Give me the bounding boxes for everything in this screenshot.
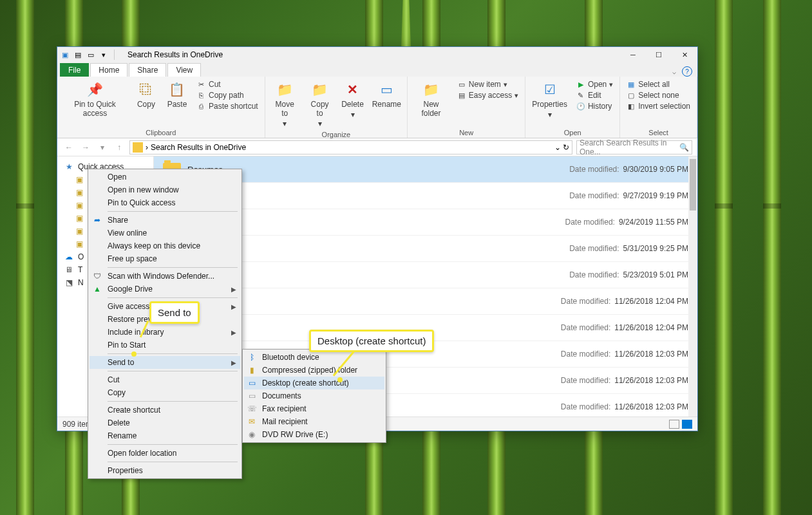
- menu-icon: 🛡: [92, 271, 102, 281]
- properties-icon: ☑: [541, 80, 559, 98]
- delete-button[interactable]: ✕Delete▾: [339, 79, 366, 120]
- move-to-button[interactable]: 📁Move to▾: [269, 79, 301, 129]
- menu-item[interactable]: Always keep on this device: [90, 239, 240, 252]
- meta-label: Date modified:: [561, 350, 610, 359]
- rename-icon: ▭: [377, 80, 395, 98]
- menu-item[interactable]: Include in library▶: [90, 326, 240, 339]
- menu-item[interactable]: Rename: [90, 429, 240, 442]
- copy-path-icon: ⎘: [197, 91, 206, 100]
- sidebar-icon: ★: [64, 162, 74, 172]
- maximize-button[interactable]: ☐: [646, 47, 672, 62]
- new-folder-button[interactable]: 📁New folder: [411, 79, 451, 119]
- tab-file[interactable]: File: [60, 63, 89, 77]
- menu-icon: ◉: [247, 429, 257, 440]
- qat-properties-icon[interactable]: ▤: [73, 50, 83, 60]
- menu-icon: ▲: [92, 284, 102, 294]
- qat-dropdown-icon[interactable]: ▾: [99, 50, 109, 60]
- menu-item[interactable]: ◉DVD RW Drive (E:): [244, 428, 384, 441]
- view-details-icon[interactable]: [669, 420, 679, 429]
- rename-button[interactable]: ▭Rename: [370, 79, 404, 110]
- menu-item[interactable]: Free up space: [90, 252, 240, 265]
- menu-item[interactable]: Send to▶: [90, 356, 240, 369]
- paste-shortcut-button[interactable]: ⎙Paste shortcut: [194, 101, 261, 111]
- history-button[interactable]: 🕐History: [574, 101, 616, 111]
- close-button[interactable]: ✕: [672, 47, 697, 62]
- menu-item[interactable]: Pin to Quick access: [90, 196, 240, 209]
- select-none-button[interactable]: ▢Select none: [624, 90, 693, 100]
- cut-button[interactable]: ✂Cut: [194, 79, 261, 89]
- scrollbar[interactable]: [688, 156, 697, 417]
- paste-button[interactable]: 📋Paste: [164, 79, 191, 110]
- menu-item[interactable]: Properties: [90, 464, 240, 477]
- qat-newfolder-icon[interactable]: ▭: [86, 50, 96, 60]
- menu-item-label: Properties: [108, 466, 143, 475]
- menu-item[interactable]: ▭Desktop (create shortcut): [244, 377, 384, 389]
- menu-item[interactable]: Open in new window: [90, 183, 240, 196]
- pin-to-quick-access-button[interactable]: 📌Pin to Quick access: [61, 79, 129, 119]
- menu-item[interactable]: Copy: [90, 386, 240, 399]
- menu-icon: ▮: [247, 365, 257, 375]
- menu-item[interactable]: Delete: [90, 417, 240, 429]
- edit-button[interactable]: ✎Edit: [574, 90, 616, 100]
- invert-selection-button[interactable]: ◧Invert selection: [624, 101, 693, 111]
- easy-access-button[interactable]: ▤Easy access ▾: [455, 90, 521, 100]
- menu-item[interactable]: ☏Fax recipient: [244, 402, 384, 415]
- ribbon-collapse-icon[interactable]: ⌵: [669, 66, 679, 77]
- group-label-select: Select: [624, 127, 693, 136]
- menu-item[interactable]: ✉Mail recipient: [244, 415, 384, 428]
- new-item-button[interactable]: ▭New item ▾: [455, 79, 521, 89]
- file-date: 11/26/2018 12:04 PM: [614, 323, 688, 332]
- copy-path-button[interactable]: ⎘Copy path: [194, 90, 261, 100]
- view-large-icon[interactable]: [682, 420, 692, 429]
- minimize-button[interactable]: ─: [620, 47, 646, 62]
- menu-item[interactable]: Pin to Start: [90, 339, 240, 351]
- menu-item[interactable]: Open: [90, 171, 240, 183]
- menu-item[interactable]: Create shortcut: [90, 404, 240, 417]
- nav-recent-icon[interactable]: ▾: [96, 141, 109, 154]
- menu-item-label: Bluetooth device: [262, 353, 319, 362]
- tab-view[interactable]: View: [167, 63, 201, 77]
- menu-item-label: Open folder location: [108, 449, 176, 458]
- menu-item[interactable]: ▮Compressed (zipped) folder: [244, 364, 384, 377]
- properties-button[interactable]: ☑Properties▾: [529, 79, 570, 120]
- new-folder-icon: 📁: [422, 80, 440, 98]
- menu-icon: ✉: [247, 417, 257, 427]
- select-all-icon: ▦: [627, 80, 636, 89]
- delete-icon: ✕: [344, 80, 362, 98]
- open-button[interactable]: ▶Open ▾: [574, 79, 616, 89]
- menu-item[interactable]: ➦Share: [90, 214, 240, 227]
- search-input[interactable]: Search Search Results in One... 🔍: [576, 140, 692, 154]
- copy-button[interactable]: ⿻Copy: [133, 79, 160, 110]
- menu-item[interactable]: ▭Documents: [244, 389, 384, 402]
- breadcrumb[interactable]: › Search Results in OneDrive ⌄ ↻: [129, 140, 572, 154]
- file-date: 11/26/2018 12:03 PM: [614, 402, 688, 411]
- sendto-submenu: ᛒBluetooth device▮Compressed (zipped) fo…: [242, 349, 386, 443]
- nav-back-icon[interactable]: ←: [62, 141, 75, 154]
- menu-item-label: Cut: [108, 375, 120, 384]
- tab-home[interactable]: Home: [90, 63, 127, 77]
- copy-to-button[interactable]: 📁Copy to▾: [305, 79, 335, 129]
- menu-item[interactable]: 🛡Scan with Windows Defender...: [90, 270, 240, 283]
- menu-item[interactable]: ᛒBluetooth device: [244, 351, 384, 364]
- file-date: 5/23/2019 5:01 PM: [623, 270, 688, 279]
- nav-forward-icon[interactable]: →: [79, 141, 92, 154]
- menu-item-label: Pin to Quick access: [108, 198, 175, 207]
- menu-item-label: Delete: [108, 418, 130, 427]
- select-all-button[interactable]: ▦Select all: [624, 79, 693, 89]
- menu-item[interactable]: ▲Google Drive▶: [90, 283, 240, 295]
- sidebar-item-label: T: [78, 265, 82, 274]
- menu-item-label: Documents: [262, 391, 301, 400]
- menu-item[interactable]: Open folder location: [90, 447, 240, 460]
- menu-item[interactable]: Cut: [90, 373, 240, 386]
- select-none-icon: ▢: [627, 91, 636, 100]
- file-date: 11/26/2018 12:04 PM: [614, 297, 688, 306]
- sidebar-icon: ▣: [74, 213, 84, 223]
- titlebar: ▣ ▤ ▭ ▾ Search Results in OneDrive ─ ☐ ✕: [57, 47, 697, 62]
- menu-item-label: Create shortcut: [108, 406, 160, 415]
- meta-label: Date modified:: [569, 165, 619, 174]
- tab-share[interactable]: Share: [129, 63, 166, 77]
- help-icon[interactable]: ?: [682, 66, 692, 77]
- menu-item[interactable]: View online: [90, 227, 240, 239]
- nav-up-icon[interactable]: ↑: [113, 141, 126, 154]
- ribbon-tabs: File Home Share View ⌵ ?: [57, 62, 697, 77]
